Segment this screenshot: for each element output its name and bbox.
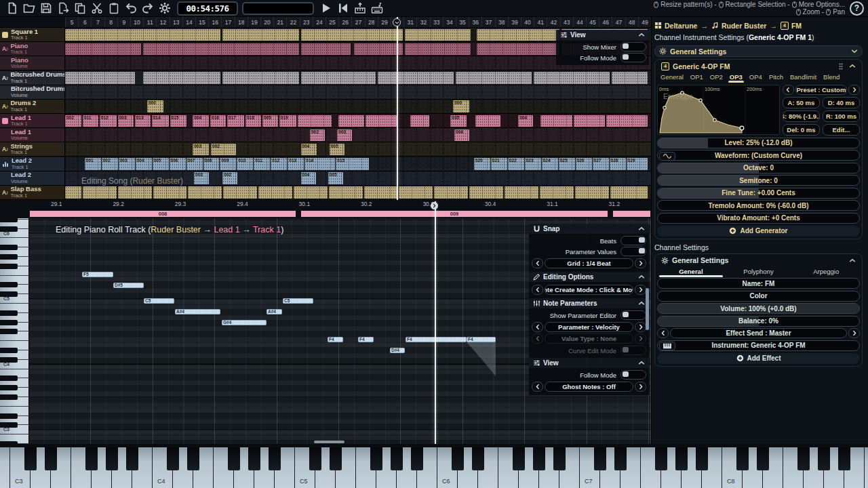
black-key[interactable]	[655, 447, 667, 470]
pattern-clip[interactable]	[143, 43, 298, 56]
timeline-bar-20[interactable]: 20	[260, 17, 273, 27]
pattern-clip[interactable]	[540, 115, 572, 127]
piano-roll-pattern-008[interactable]: 008	[29, 210, 296, 218]
track-header[interactable]: Lead 1Track 1	[0, 114, 65, 127]
pattern-clip[interactable]	[405, 29, 471, 41]
white-key[interactable]	[0, 447, 10, 488]
black-key[interactable]	[472, 447, 484, 470]
track-header[interactable]: Lead 1Volume	[0, 128, 65, 142]
timeline-bar-13[interactable]: 13	[170, 17, 182, 27]
selector-value[interactable]: Value Type : None	[545, 333, 633, 344]
timeline-bar-22[interactable]: 22	[286, 17, 299, 27]
pattern-clip[interactable]	[574, 115, 605, 127]
timeline-bar-25[interactable]: 25	[326, 17, 338, 27]
pattern-clip[interactable]: 003	[118, 115, 134, 127]
pattern-clip[interactable]: 005	[153, 158, 169, 170]
song-timeline[interactable]: 5678910111213141516171819202122232425262…	[0, 17, 651, 28]
piano-roll-timeline[interactable]: 29.129.229.329.430.130.230.330.431.131.2	[0, 200, 651, 210]
envelope-param-del[interactable]: Del: 0 ms	[783, 124, 820, 136]
black-key[interactable]	[187, 447, 199, 470]
timeline-bar-21[interactable]: 21	[273, 17, 286, 27]
track-lane[interactable]: 002003004	[65, 128, 651, 142]
pattern-clip[interactable]: 024	[542, 158, 558, 170]
pattern-clip[interactable]	[65, 72, 135, 84]
pattern-clip[interactable]	[354, 43, 403, 56]
pattern-clip[interactable]: 016	[210, 115, 226, 127]
timeline-bar-35[interactable]: 35	[456, 17, 469, 27]
pattern-clip[interactable]: 003	[194, 172, 209, 184]
pattern-clip[interactable]: 004	[136, 158, 152, 170]
selector-prev-button[interactable]	[532, 333, 543, 344]
pattern-clip[interactable]: 028	[610, 158, 626, 170]
timeline-bar-45[interactable]: 45	[586, 17, 599, 27]
selector-value[interactable]: Parameter : Velocity	[545, 322, 633, 332]
track-header[interactable]: Bitcrushed Drums 1Volume	[0, 85, 65, 99]
black-key[interactable]	[167, 447, 179, 470]
track-header[interactable]: A♪Drums 2Track 1	[0, 100, 65, 113]
pattern-clip[interactable]	[405, 43, 471, 56]
pattern-clip[interactable]	[477, 29, 559, 41]
track-header[interactable]: A♪StringsTrack 1	[0, 142, 65, 156]
timeline-bar-19[interactable]: 19	[248, 17, 260, 27]
pattern-clip[interactable]: 004	[301, 144, 317, 156]
pattern-clip[interactable]: 010	[237, 158, 253, 170]
pattern-clip[interactable]	[188, 186, 222, 199]
selector-next-button[interactable]	[635, 285, 646, 295]
black-key[interactable]	[757, 447, 769, 470]
slider-tremolo-amount[interactable]: Tremolo Amount: 0% (-60.0 dB)	[657, 200, 860, 211]
slider-level[interactable]: Level: 25% (-12.0 dB)	[657, 138, 860, 148]
effect-send-prev-button[interactable]	[657, 328, 669, 338]
slider-octave[interactable]: Octave: 0	[657, 163, 860, 174]
effect-send-next-button[interactable]	[848, 328, 860, 338]
toggle-show-mixer[interactable]	[620, 42, 646, 52]
pattern-clip[interactable]: 011	[83, 115, 98, 127]
undo-button[interactable]	[125, 2, 137, 14]
black-key[interactable]	[594, 447, 606, 470]
tab-op3[interactable]: OP3	[726, 73, 746, 81]
channel-volume[interactable]: Volume: 100% (+0.0 dB)	[657, 303, 860, 314]
note-f4[interactable]: F4	[328, 337, 343, 342]
black-key[interactable]	[0, 254, 18, 260]
black-key[interactable]	[0, 413, 18, 419]
timeline-bar-38[interactable]: 38	[495, 17, 508, 27]
black-key[interactable]	[24, 447, 37, 470]
pattern-clip[interactable]: 002	[310, 129, 325, 142]
pattern-clip[interactable]	[294, 186, 328, 199]
channel-instrument[interactable]: Instrument: Generic 4-OP FM	[657, 340, 860, 351]
pattern-clip[interactable]: 026	[576, 158, 592, 170]
black-key[interactable]	[513, 447, 525, 470]
black-key[interactable]	[452, 447, 464, 470]
black-key[interactable]	[0, 245, 18, 250]
timeline-bar-48[interactable]: 48	[625, 17, 638, 27]
envelope-param-r[interactable]: R: 100 ms	[823, 110, 860, 122]
black-key[interactable]	[0, 329, 18, 334]
channel-balance[interactable]: Balance: 0%	[657, 316, 860, 327]
selector-prev-button[interactable]	[532, 382, 543, 392]
pattern-clip[interactable]: 003	[193, 144, 209, 156]
black-key[interactable]	[269, 447, 281, 470]
pattern-clip[interactable]	[612, 72, 648, 84]
pattern-clip[interactable]: 000	[453, 100, 469, 113]
help-button[interactable]: ?	[850, 1, 864, 16]
pattern-clip[interactable]: 012	[100, 115, 117, 127]
tab-general[interactable]: General	[657, 268, 725, 275]
pattern-clip[interactable]: 021	[491, 158, 507, 170]
panel-header-snap[interactable]: Snap	[529, 224, 649, 234]
track-header[interactable]: A♪PianoTrack 1	[0, 42, 65, 56]
envelope-param-a[interactable]: A: 50 ms	[783, 97, 820, 108]
tab-op2[interactable]: OP2	[707, 73, 726, 81]
note-ds5[interactable]: D#5	[113, 283, 144, 288]
track-header[interactable]: PianoVolume	[0, 56, 65, 70]
pattern-clip[interactable]	[475, 115, 500, 127]
pattern-clip[interactable]: 018	[245, 115, 261, 127]
new-file-button[interactable]	[6, 2, 18, 14]
slider-semitone[interactable]: Semitone: 0	[657, 175, 860, 186]
black-key[interactable]	[533, 447, 545, 470]
black-key[interactable]	[0, 310, 18, 316]
timeline-bar-28[interactable]: 28	[365, 17, 378, 27]
preset-prev-button[interactable]	[783, 85, 794, 95]
pattern-clip[interactable]: 004	[193, 115, 209, 127]
pattern-clip[interactable]: 014	[304, 158, 335, 170]
timeline-bar-10[interactable]: 10	[130, 17, 143, 27]
tab-op4[interactable]: OP4	[746, 73, 766, 81]
